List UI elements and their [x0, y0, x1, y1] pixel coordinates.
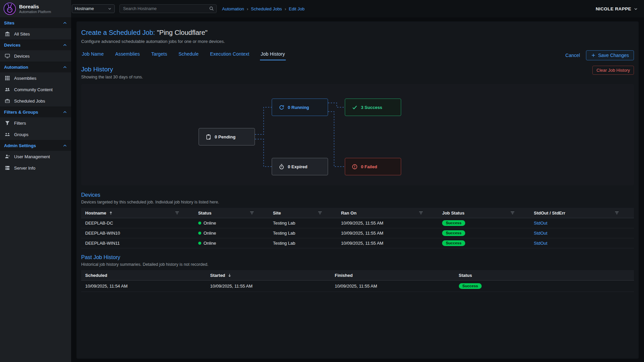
groups-icon [5, 132, 10, 137]
sidebar: Sites All Sites Devices Devices Automati… [0, 17, 71, 362]
sidebar-item-user-management[interactable]: User Management [0, 151, 71, 162]
column-filter-icon[interactable] [250, 210, 254, 215]
search-input[interactable] [119, 4, 217, 13]
search-icon[interactable] [209, 6, 214, 11]
column-filter-icon[interactable] [175, 210, 179, 215]
hostname-select-value: Hostname [75, 6, 94, 11]
sidebar-item-label: User Management [14, 154, 50, 159]
clipboard-pending-icon [206, 134, 211, 140]
stdout-link[interactable]: StdOut [534, 241, 547, 246]
device-row[interactable]: DEEPLAB-WIN11 Online Testing Lab 10/09/2… [81, 238, 634, 248]
column-header-job-status[interactable]: Job Status [438, 210, 530, 216]
plus-icon [591, 53, 596, 58]
flow-node-success[interactable]: 3 Success [345, 99, 401, 116]
breadcrumb: Automation › Scheduled Jobs › Edit Job [222, 6, 305, 11]
top-bar: Borealis Automation Platform Hostname Au… [0, 0, 644, 17]
status-text: Online [204, 221, 216, 226]
brand-name: Borealis [19, 4, 51, 9]
column-header-started[interactable]: Started [206, 273, 331, 278]
stdout-cell: StdOut [530, 221, 634, 226]
sidebar-section-devices[interactable]: Devices [0, 40, 71, 50]
device-row[interactable]: DEEPLAB-DC Online Testing Lab 10/09/2025… [81, 218, 634, 228]
sort-asc-icon [109, 211, 113, 215]
column-header-status[interactable]: Status [455, 273, 634, 278]
column-header-scheduled[interactable]: Scheduled [81, 273, 206, 278]
column-label: Finished [335, 273, 353, 278]
tab-schedule[interactable]: Schedule [178, 50, 199, 60]
user-name: NICOLE RAPPE [596, 6, 631, 11]
cancel-button[interactable]: Cancel [566, 53, 580, 58]
edit-job-card: Create a Scheduled Job: "Ping Cloudflare… [76, 21, 639, 359]
sidebar-item-scheduled-jobs[interactable]: Scheduled Jobs [0, 95, 71, 107]
online-status-dot [198, 242, 201, 245]
column-filter-icon[interactable] [419, 210, 423, 215]
stdout-link[interactable]: StdOut [534, 231, 547, 236]
hostname-cell: DEEPLAB-WIN10 [81, 231, 194, 236]
user-management-icon [5, 154, 10, 159]
tab-assemblies[interactable]: Assemblies [114, 50, 141, 60]
chevron-up-icon [63, 65, 67, 69]
sidebar-item-label: Groups [14, 132, 29, 137]
user-menu[interactable]: NICOLE RAPPE [596, 6, 638, 11]
sidebar-item-community-content[interactable]: Community Content [0, 84, 71, 95]
column-header-finished[interactable]: Finished [331, 273, 454, 278]
sidebar-item-groups[interactable]: Groups [0, 129, 71, 140]
column-header-hostname[interactable]: Hostname [81, 210, 194, 216]
clear-job-history-button[interactable]: Clear Job History [592, 66, 634, 75]
borealis-rabbit-logo-icon [3, 2, 16, 15]
column-label: Hostname [85, 210, 106, 216]
tab-job-history[interactable]: Job History [260, 50, 285, 60]
column-filter-icon[interactable] [510, 210, 515, 215]
stdout-link[interactable]: StdOut [534, 221, 547, 226]
flow-node-running[interactable]: 0 Running [272, 99, 328, 116]
finished-cell: 10/09/2025, 11:55 AM [331, 284, 454, 289]
online-status-dot [198, 232, 201, 235]
column-header-stdout-stderr[interactable]: StdOut / StdErr [530, 210, 634, 216]
page-title: Create a Scheduled Job: "Ping Cloudflare… [81, 29, 634, 37]
column-header-status[interactable]: Status [194, 210, 269, 216]
sidebar-section-label: Admin Settings [4, 143, 36, 148]
sidebar-item-devices[interactable]: Devices [0, 50, 71, 62]
sidebar-item-label: Server Info [14, 166, 36, 171]
column-label: Started [210, 273, 225, 278]
flow-node-failed[interactable]: 0 Failed [345, 158, 401, 175]
save-changes-button[interactable]: Save Changes [586, 50, 634, 60]
sidebar-section-sites[interactable]: Sites [0, 17, 71, 28]
column-label: Status [198, 210, 212, 216]
flow-node-pending[interactable]: 0 Pending [199, 128, 255, 145]
column-header-ran-on[interactable]: Ran On [337, 210, 438, 216]
past-job-history-table: Scheduled Started Finished Status 10/09/… [81, 270, 634, 292]
sidebar-item-all-sites[interactable]: All Sites [0, 28, 71, 40]
column-header-site[interactable]: Site [269, 210, 337, 216]
column-filter-icon[interactable] [318, 210, 322, 215]
tab-job-name[interactable]: Job Name [81, 50, 104, 60]
started-cell: 10/09/2025, 11:55 AM [206, 284, 331, 289]
site-cell: Testing Lab [269, 241, 337, 246]
sidebar-item-server-info[interactable]: Server Info [0, 162, 71, 174]
tabs-row: Job Name Assemblies Targets Schedule Exe… [81, 50, 634, 60]
device-row[interactable]: DEEPLAB-WIN10 Online Testing Lab 10/09/2… [81, 228, 634, 238]
column-filter-icon[interactable] [614, 210, 619, 215]
apps-grid-icon [5, 75, 10, 81]
sidebar-section-filters-groups[interactable]: Filters & Groups [0, 107, 71, 117]
hostname-select[interactable]: Hostname [72, 4, 115, 13]
past-history-row[interactable]: 10/09/2025, 11:54 AM 10/09/2025, 11:55 A… [81, 281, 634, 292]
sidebar-item-assemblies[interactable]: Assemblies [0, 72, 71, 84]
flow-node-expired[interactable]: 0 Expired [272, 158, 328, 175]
breadcrumb-scheduled-jobs[interactable]: Scheduled Jobs [251, 6, 282, 11]
tab-targets[interactable]: Targets [151, 50, 168, 60]
page-subtitle: Configure advanced schedulable automatio… [81, 39, 634, 44]
breadcrumb-edit-job[interactable]: Edit Job [289, 6, 305, 11]
column-label: Ran On [341, 210, 357, 216]
flow-node-pending-label: 0 Pending [215, 134, 235, 139]
tab-execution-context[interactable]: Execution Context [209, 50, 250, 60]
flow-node-failed-label: 0 Failed [361, 164, 377, 169]
server-icon [5, 165, 10, 171]
sidebar-section-label: Devices [4, 43, 20, 48]
sidebar-item-filters[interactable]: Filters [0, 117, 71, 129]
sidebar-section-admin-settings[interactable]: Admin Settings [0, 140, 71, 151]
sidebar-section-automation[interactable]: Automation [0, 62, 71, 72]
filter-funnel-icon [5, 120, 10, 126]
job-status-cell: Success [438, 230, 530, 236]
breadcrumb-automation[interactable]: Automation [222, 6, 244, 11]
